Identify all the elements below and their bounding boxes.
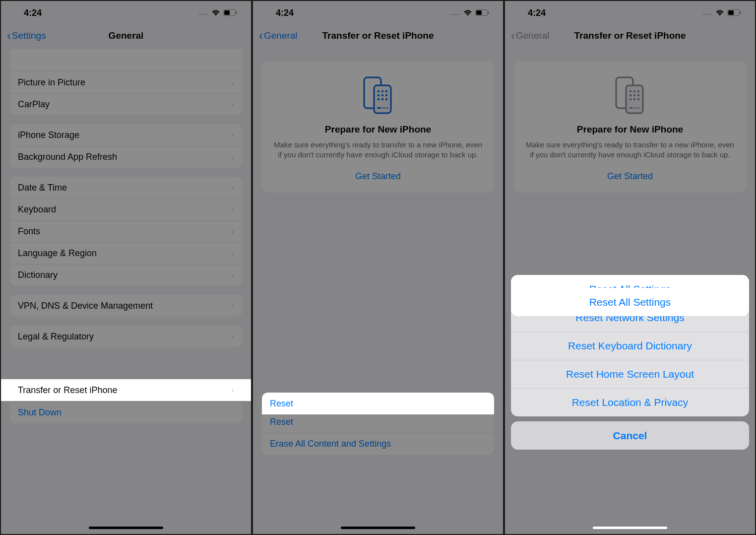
svg-point-34	[637, 98, 639, 100]
settings-row-fonts[interactable]: Fonts›	[10, 220, 242, 242]
svg-point-31	[637, 94, 639, 96]
svg-point-14	[378, 98, 379, 100]
sheet-reset-location[interactable]: Reset Location & Privacy	[511, 388, 749, 416]
chevron-right-icon: ›	[232, 78, 234, 87]
chevron-left-icon: ‹	[259, 30, 263, 42]
nav-bar: ‹ General Transfer or Reset iPhone	[505, 25, 755, 47]
reset-row-highlight[interactable]: Reset	[262, 393, 494, 414]
cellular-dots: .....	[451, 10, 460, 16]
sheet-reset-home[interactable]: Reset Home Screen Layout	[511, 360, 749, 388]
settings-row-legal[interactable]: Legal & Regulatory›	[10, 326, 242, 347]
svg-rect-2	[236, 11, 237, 14]
chevron-right-icon: ›	[232, 301, 234, 310]
sheet-reset-keyboard[interactable]: Reset Keyboard Dictionary	[511, 332, 749, 360]
settings-row-language-region[interactable]: Language & Region›	[10, 242, 242, 264]
back-label: General	[516, 30, 550, 41]
screenshot-reset-sheet: 4:24 ..... ‹ General Transfer or Reset i…	[504, 0, 756, 535]
get-started-link[interactable]: Get Started	[607, 171, 653, 181]
settings-row-picture-in-picture[interactable]: Picture in Picture›	[10, 71, 242, 93]
wifi-icon	[715, 8, 724, 18]
wifi-icon	[463, 8, 472, 18]
settings-row-shut-down[interactable]: Shut Down	[10, 401, 242, 423]
svg-point-29	[630, 94, 631, 96]
nav-bar: ‹ Settings General	[1, 25, 251, 47]
svg-rect-18	[382, 107, 383, 109]
settings-row-background-refresh[interactable]: Background App Refresh›	[10, 146, 242, 168]
svg-rect-19	[384, 107, 386, 109]
prepare-heading: Prepare for New iPhone	[525, 124, 735, 135]
status-time: 4:24	[528, 8, 546, 18]
chevron-right-icon: ›	[232, 249, 234, 258]
battery-icon	[475, 8, 489, 18]
svg-rect-36	[634, 107, 635, 109]
home-indicator[interactable]	[341, 527, 415, 529]
settings-row-transfer-reset[interactable]: Transfer or Reset iPhone›	[1, 379, 251, 401]
status-indicators: .....	[199, 8, 237, 18]
prepare-heading: Prepare for New iPhone	[273, 124, 483, 135]
prepare-card: Prepare for New iPhone Make sure everyth…	[514, 62, 746, 193]
svg-rect-20	[387, 107, 388, 109]
cellular-dots: .....	[199, 10, 208, 16]
svg-rect-4	[476, 10, 482, 15]
home-indicator[interactable]	[593, 527, 667, 529]
chevron-right-icon: ›	[232, 227, 234, 236]
status-indicators: .....	[703, 8, 741, 18]
prepare-card: Prepare for New iPhone Make sure everyth…	[262, 62, 494, 193]
svg-point-13	[385, 94, 387, 96]
chevron-left-icon: ‹	[511, 30, 515, 42]
svg-rect-35	[629, 107, 633, 109]
prepare-body: Make sure everything's ready to transfer…	[525, 140, 735, 160]
settings-row-carplay[interactable]: CarPlay›	[10, 93, 242, 115]
svg-rect-5	[488, 11, 489, 14]
status-indicators: .....	[451, 8, 489, 18]
svg-point-27	[633, 90, 635, 92]
sheet-cancel-button[interactable]: Cancel	[511, 421, 749, 450]
status-time: 4:24	[24, 8, 42, 18]
settings-row-dictionary[interactable]: Dictionary›	[10, 264, 242, 286]
status-time: 4:24	[276, 8, 294, 18]
svg-point-10	[385, 90, 387, 92]
get-started-link[interactable]: Get Started	[355, 171, 401, 181]
chevron-right-icon: ›	[232, 271, 234, 280]
settings-row-partial[interactable]	[10, 50, 242, 71]
battery-icon	[223, 8, 237, 18]
svg-rect-1	[224, 10, 230, 15]
svg-rect-17	[377, 107, 381, 109]
home-indicator[interactable]	[89, 527, 163, 529]
back-button[interactable]: ‹ Settings	[7, 30, 46, 42]
back-label: Settings	[12, 30, 46, 41]
chevron-left-icon: ‹	[7, 30, 11, 42]
back-label: General	[264, 30, 298, 41]
svg-rect-23	[740, 11, 741, 14]
svg-point-26	[630, 90, 631, 92]
svg-point-16	[385, 98, 387, 100]
status-bar: 4:24 .....	[253, 1, 503, 25]
back-button[interactable]: ‹ General	[259, 30, 298, 42]
settings-row-vpn-dns[interactable]: VPN, DNS & Device Management›	[10, 295, 242, 317]
svg-point-15	[381, 98, 383, 100]
settings-row-iphone-storage[interactable]: iPhone Storage›	[10, 124, 242, 146]
nav-bar: ‹ General Transfer or Reset iPhone	[253, 25, 503, 47]
status-bar: 4:24 .....	[505, 1, 755, 25]
screenshot-transfer-reset: 4:24 ..... ‹ General Transfer or Reset i…	[252, 0, 504, 535]
svg-point-32	[630, 98, 631, 100]
settings-row-keyboard[interactable]: Keyboard›	[10, 199, 242, 220]
svg-point-30	[633, 94, 635, 96]
transfer-devices-icon	[525, 75, 735, 115]
chevron-right-icon: ›	[232, 183, 234, 192]
chevron-right-icon: ›	[232, 205, 234, 214]
chevron-right-icon: ›	[232, 386, 234, 395]
svg-point-28	[637, 90, 639, 92]
back-button-disabled: ‹ General	[511, 30, 550, 42]
nav-title: Transfer or Reset iPhone	[574, 30, 686, 41]
erase-all-row[interactable]: Erase All Content and Settings	[262, 433, 494, 455]
sheet-reset-all-settings-highlight[interactable]: Reset All Settings	[511, 288, 749, 316]
svg-point-11	[378, 94, 379, 96]
cellular-dots: .....	[703, 10, 712, 16]
settings-row-date-time[interactable]: Date & Time›	[10, 177, 242, 199]
svg-point-33	[633, 98, 635, 100]
chevron-right-icon: ›	[232, 100, 234, 109]
chevron-right-icon: ›	[232, 332, 234, 341]
transfer-devices-icon	[273, 75, 483, 115]
chevron-right-icon: ›	[232, 131, 234, 139]
